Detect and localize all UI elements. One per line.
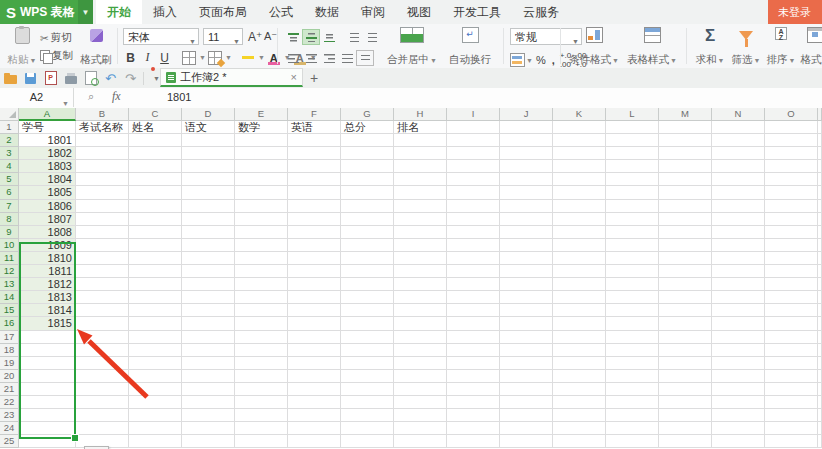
cell-O16[interactable]	[765, 317, 818, 330]
cell-M3[interactable]	[659, 147, 712, 160]
cell-N17[interactable]	[712, 331, 765, 344]
cell-H10[interactable]	[394, 239, 447, 252]
cell-J5[interactable]	[500, 173, 553, 186]
cell-F21[interactable]	[288, 383, 341, 396]
cell-C1[interactable]: 姓名	[129, 121, 182, 134]
row-header-2[interactable]: 2	[0, 134, 19, 147]
cell-E25[interactable]	[235, 435, 288, 448]
cell-F12[interactable]	[288, 265, 341, 278]
accounting-style-icon[interactable]	[510, 53, 525, 67]
cell-M21[interactable]	[659, 383, 712, 396]
cell-O22[interactable]	[765, 396, 818, 409]
cell-N20[interactable]	[712, 370, 765, 383]
cell-M20[interactable]	[659, 370, 712, 383]
cell-J16[interactable]	[500, 317, 553, 330]
cell-I2[interactable]	[447, 134, 500, 147]
cell-C2[interactable]	[129, 134, 182, 147]
cell-K3[interactable]	[553, 147, 606, 160]
cell-N8[interactable]	[712, 213, 765, 226]
cell-J8[interactable]	[500, 213, 553, 226]
row-header-16[interactable]: 16	[0, 317, 19, 330]
cell-C21[interactable]	[129, 383, 182, 396]
cell-J24[interactable]	[500, 422, 553, 435]
cell-C24[interactable]	[129, 422, 182, 435]
row-header-3[interactable]: 3	[0, 147, 19, 160]
cell-E21[interactable]	[235, 383, 288, 396]
menu-tab-home[interactable]: 开始	[96, 0, 142, 24]
magnifier-icon[interactable]: ⌕	[88, 90, 94, 103]
cell-O2[interactable]	[765, 134, 818, 147]
cell-M14[interactable]	[659, 291, 712, 304]
cell-N16[interactable]	[712, 317, 765, 330]
cell-M19[interactable]	[659, 357, 712, 370]
cell-M8[interactable]	[659, 213, 712, 226]
cell-L2[interactable]	[606, 134, 659, 147]
cell-B6[interactable]	[76, 186, 129, 199]
cell-C20[interactable]	[129, 370, 182, 383]
cell-A23[interactable]	[19, 409, 76, 422]
cell-J25[interactable]	[500, 435, 553, 448]
row-header-6[interactable]: 6	[0, 186, 19, 199]
cell-H22[interactable]	[394, 396, 447, 409]
cell-F1[interactable]: 英语	[288, 121, 341, 134]
table-style-button[interactable]: 表格样式▼	[624, 27, 680, 68]
cell-K11[interactable]	[553, 252, 606, 265]
cell-D10[interactable]	[182, 239, 235, 252]
column-header-C[interactable]: C	[129, 108, 182, 121]
draw-border-icon[interactable]	[208, 51, 222, 65]
cell-I4[interactable]	[447, 160, 500, 173]
cell-F20[interactable]	[288, 370, 341, 383]
cell-E2[interactable]	[235, 134, 288, 147]
cell-C12[interactable]	[129, 265, 182, 278]
cell-A9[interactable]: 1808	[19, 226, 76, 239]
cell-I8[interactable]	[447, 213, 500, 226]
font-family-select[interactable]: 宋体▼	[123, 28, 199, 45]
cell-D15[interactable]	[182, 304, 235, 317]
cell-O13[interactable]	[765, 278, 818, 291]
cell-A19[interactable]	[19, 357, 76, 370]
row-header-9[interactable]: 9	[0, 226, 19, 239]
cell-B8[interactable]	[76, 213, 129, 226]
cell-B3[interactable]	[76, 147, 129, 160]
cell-F9[interactable]	[288, 226, 341, 239]
cell-D16[interactable]	[182, 317, 235, 330]
cell-L4[interactable]	[606, 160, 659, 173]
cell-H16[interactable]	[394, 317, 447, 330]
menu-tab-insert[interactable]: 插入	[142, 0, 188, 24]
cell-K2[interactable]	[553, 134, 606, 147]
cell-G25[interactable]	[341, 435, 394, 448]
column-header-O[interactable]: O	[765, 108, 818, 121]
cell-G20[interactable]	[341, 370, 394, 383]
cell-B4[interactable]	[76, 160, 129, 173]
column-header-J[interactable]: J	[500, 108, 553, 121]
cell-D14[interactable]	[182, 291, 235, 304]
row-header-13[interactable]: 13	[0, 278, 19, 291]
format-button[interactable]: 格式▼	[798, 27, 822, 68]
format-painter-button[interactable]: 格式刷	[78, 27, 114, 68]
cell-I20[interactable]	[447, 370, 500, 383]
cell-A1[interactable]: 学号	[19, 121, 76, 134]
cell-C18[interactable]	[129, 344, 182, 357]
cell-D24[interactable]	[182, 422, 235, 435]
cell-B12[interactable]	[76, 265, 129, 278]
cell-N2[interactable]	[712, 134, 765, 147]
menu-tab-page-layout[interactable]: 页面布局	[188, 0, 258, 24]
cell-I6[interactable]	[447, 186, 500, 199]
cell-F3[interactable]	[288, 147, 341, 160]
cell-I12[interactable]	[447, 265, 500, 278]
cell-L7[interactable]	[606, 200, 659, 213]
cell-A2[interactable]: 1801	[19, 134, 76, 147]
cell-H23[interactable]	[394, 409, 447, 422]
cell-I11[interactable]	[447, 252, 500, 265]
cell-G9[interactable]	[341, 226, 394, 239]
cell-L22[interactable]	[606, 396, 659, 409]
cell-N22[interactable]	[712, 396, 765, 409]
column-header-A[interactable]: A	[19, 108, 76, 121]
cell-E24[interactable]	[235, 422, 288, 435]
cell-K22[interactable]	[553, 396, 606, 409]
cell-J18[interactable]	[500, 344, 553, 357]
cell-E6[interactable]	[235, 186, 288, 199]
cell-G8[interactable]	[341, 213, 394, 226]
cell-O3[interactable]	[765, 147, 818, 160]
column-header-N[interactable]: N	[712, 108, 765, 121]
